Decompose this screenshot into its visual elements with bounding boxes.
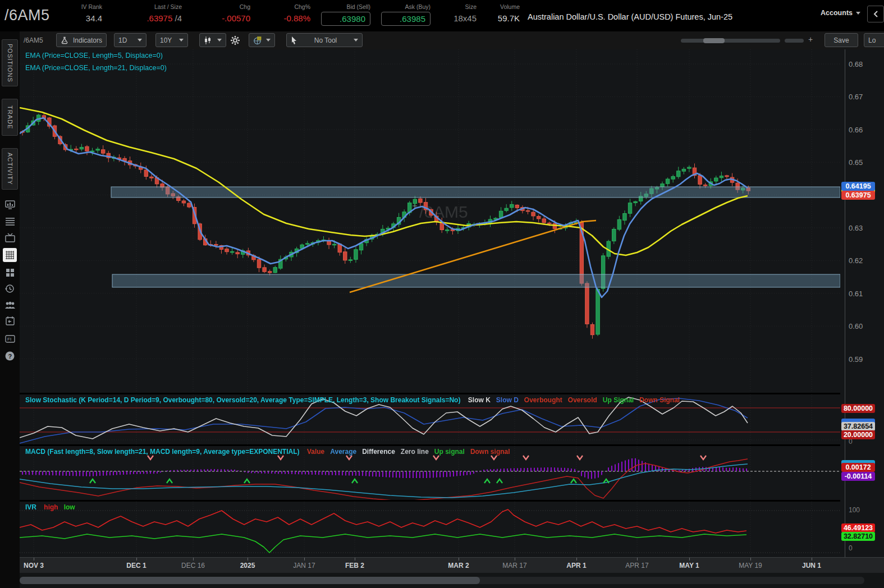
clock-history-icon: [5, 284, 15, 293]
chevron-down-icon: [856, 12, 860, 15]
chevron-down-icon: [179, 39, 184, 42]
tool-value: No Tool: [314, 36, 337, 44]
chart-type-dropdown[interactable]: [199, 33, 226, 47]
time-tick: [355, 558, 355, 561]
community-button[interactable]: [3, 298, 17, 312]
grid-layout-dropdown[interactable]: [249, 33, 275, 47]
gear-icon: [230, 35, 240, 45]
chevron-left-icon: [873, 11, 878, 17]
list-lines-icon: [5, 217, 15, 226]
time-label-dec-1: DEC 1: [126, 562, 146, 569]
calendar-button[interactable]: [3, 314, 17, 328]
fi-box-icon: FI: [5, 335, 15, 343]
price-tick-0.62: 0.62: [849, 256, 863, 265]
chart-settings-button[interactable]: [230, 35, 240, 48]
last-size-label: Last / Size: [154, 3, 182, 10]
symbol-title: /6AM5: [0, 0, 56, 24]
watchlist-button[interactable]: [3, 214, 17, 228]
studies-flask-icon: [61, 36, 68, 44]
macd-legend-2: Difference: [362, 448, 395, 456]
ivr-canvas[interactable]: [20, 502, 840, 557]
tv-button[interactable]: [3, 231, 17, 245]
time-tick: [812, 558, 812, 561]
help-button[interactable]: ?: [3, 349, 17, 363]
chart-toolbar: /6AM5 Indicators 1D 10Y: [0, 31, 884, 49]
bid-button[interactable]: .63980: [321, 12, 370, 26]
chevron-down-icon: [266, 39, 271, 42]
calendar-return-icon: [6, 316, 15, 325]
macd-header[interactable]: MACD (Fast length=8, Slow length=21, MAC…: [25, 448, 516, 456]
ivr-panel[interactable]: IVR highlow: [20, 502, 840, 557]
tab-activity[interactable]: ACTIVITY: [2, 148, 18, 190]
range-value: 10Y: [160, 36, 172, 44]
time-axis[interactable]: NOV 3DEC 1DEC 162025JAN 17FEB 2MAR 2MAR …: [20, 557, 884, 573]
zoom-slider-segment[interactable]: [785, 39, 804, 43]
drawing-tool-dropdown[interactable]: No Tool: [286, 33, 363, 47]
macd-panel[interactable]: MACD (Fast length=8, Slow length=21, MAC…: [20, 446, 840, 500]
chart-area: EMA (Price=CLOSE, Length=5, Displace=0) …: [20, 49, 884, 588]
charts-button-active[interactable]: [3, 248, 17, 262]
stochastic-panel[interactable]: Slow Stochastic (K Period=14, D Period=9…: [20, 394, 840, 444]
left-gadget-sidebar: POSITIONS TRADE ACTIVITY: [0, 31, 20, 588]
history-button[interactable]: [3, 282, 17, 296]
price-tick-0.63: 0.63: [849, 224, 863, 232]
toolbar-symbol: /6AM5: [24, 36, 43, 44]
load-button[interactable]: Lo: [864, 33, 884, 47]
accounts-label: Accounts: [821, 9, 853, 17]
grid-tiles-button[interactable]: [3, 265, 17, 279]
volume-value: 59.7K: [498, 13, 520, 23]
range-dropdown[interactable]: 10Y: [155, 33, 188, 47]
monitor-chart-button[interactable]: [3, 197, 17, 212]
macd-legend-1: Average: [330, 448, 356, 456]
svg-text:?: ?: [8, 353, 12, 360]
chg-column: Chg -.00570: [189, 0, 250, 23]
last-size-value: /4: [175, 13, 182, 23]
zoom-slider-thumb[interactable]: [703, 38, 725, 43]
ema21-study-label[interactable]: EMA (Price=CLOSE, Length=21, Displace=0): [25, 64, 167, 72]
stochastic-header[interactable]: Slow Stochastic (K Period=14, D Period=9…: [25, 396, 685, 404]
iv-rank-label: IV Rank: [81, 3, 102, 10]
ask-label: Ask (Buy): [405, 3, 430, 10]
indicators-button[interactable]: Indicators: [56, 33, 107, 47]
axis-border: [845, 49, 845, 557]
ask-button[interactable]: .63985: [381, 12, 430, 26]
fx-board-button[interactable]: FI: [3, 332, 17, 346]
stoch-legend-4: Up Signal: [603, 396, 634, 404]
zoom-slider-track[interactable]: [681, 39, 780, 43]
ema5-study-label[interactable]: EMA (Price=CLOSE, Length=5, Displace=0): [25, 52, 163, 59]
stoch-oversold-bubble: 20.00000: [841, 430, 875, 439]
question-mark-icon: ?: [5, 351, 15, 361]
macd-legend-5: Down signal: [470, 448, 510, 456]
time-label-may-1: MAY 1: [679, 562, 699, 569]
chg-value: -.00570: [222, 13, 250, 23]
candlestick-icon: [204, 36, 212, 44]
stoch-legend-5: Down Signal: [639, 396, 680, 404]
load-label: Lo: [868, 36, 876, 44]
time-tick: [136, 558, 137, 561]
iv-rank-column: IV Rank 34.4: [63, 0, 102, 23]
macd-legend-4: Up signal: [434, 448, 465, 456]
quote-header: /6AM5 IV Rank 34.4 Last / Size .63975 /4…: [0, 0, 884, 31]
timeframe-dropdown[interactable]: 1D: [114, 33, 146, 47]
price-chart-canvas[interactable]: [20, 49, 840, 393]
stochastic-title: Slow Stochastic (K Period=14, D Period=9…: [25, 396, 460, 404]
size-column: Size 18x45: [437, 0, 477, 23]
zoom-in-button[interactable]: +: [808, 35, 813, 44]
ivr-high-bubble: 46.49123: [841, 523, 875, 532]
price-axis[interactable]: 0.680.670.660.650.630.620.610.600.59 0.6…: [840, 49, 884, 557]
tab-trade[interactable]: TRADE: [2, 99, 18, 136]
save-button[interactable]: Save: [825, 33, 858, 47]
price-tick-0.59: 0.59: [849, 355, 863, 364]
chevron-down-icon: [138, 39, 142, 42]
trading-platform-window: /6AM5 IV Rank 34.4 Last / Size .63975 /4…: [0, 0, 884, 588]
price-panel[interactable]: EMA (Price=CLOSE, Length=5, Displace=0) …: [20, 49, 840, 393]
collapse-panel-button[interactable]: [867, 6, 884, 22]
scrollbar-thumb[interactable]: [20, 577, 480, 584]
time-label-apr-1: APR 1: [566, 562, 586, 569]
ivr-header[interactable]: IVR highlow: [25, 503, 81, 511]
tab-positions[interactable]: POSITIONS: [2, 39, 18, 86]
time-tick: [576, 558, 577, 561]
macd-title: MACD (Fast length=8, Slow length=21, MAC…: [25, 448, 300, 456]
time-label-apr-17: APR 17: [625, 562, 648, 569]
accounts-dropdown[interactable]: Accounts: [821, 0, 860, 17]
